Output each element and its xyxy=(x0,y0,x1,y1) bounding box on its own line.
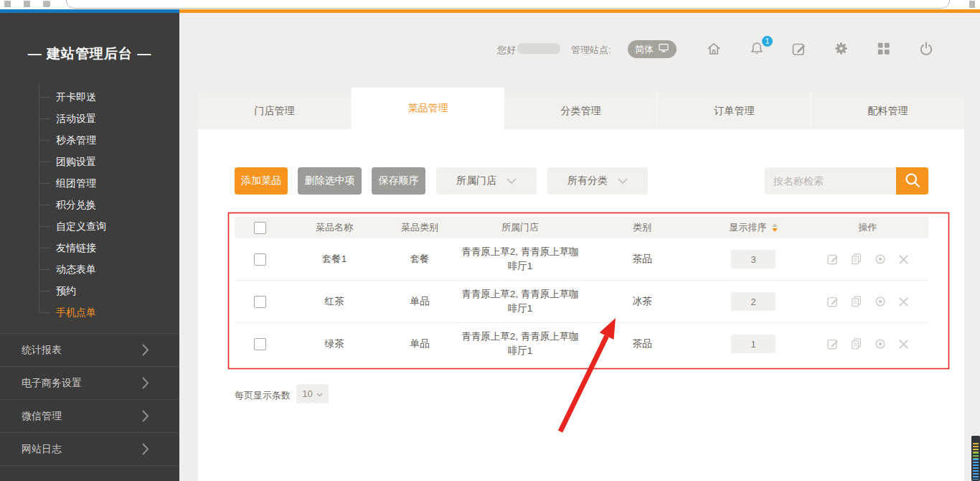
compose-icon[interactable] xyxy=(791,40,808,57)
address-bar[interactable] xyxy=(66,0,950,9)
search-input[interactable] xyxy=(765,167,896,195)
gear-icon[interactable] xyxy=(833,40,850,57)
scroll-widget-segment xyxy=(973,452,979,459)
delete-icon[interactable] xyxy=(897,337,910,351)
sidebar-item-custom-query[interactable]: 自定义查询 xyxy=(56,219,106,233)
search-button[interactable] xyxy=(896,167,928,195)
chevron-right-icon xyxy=(142,410,149,425)
view-icon[interactable] xyxy=(873,294,887,309)
monitor-icon xyxy=(658,42,669,56)
dish-name: 套餐1 xyxy=(322,253,347,266)
sort-order-field[interactable]: 3 xyxy=(731,250,776,268)
edit-icon[interactable] xyxy=(826,337,840,351)
tab-ingredient-management[interactable]: 配料管理 xyxy=(811,93,964,129)
row-actions xyxy=(826,252,910,266)
sidebar-section-ecommerce[interactable]: 电子商务设置 xyxy=(0,366,179,399)
search-icon xyxy=(903,170,923,192)
dish-type: 茶品 xyxy=(633,253,652,266)
category-filter-dropdown[interactable]: 所有分类 xyxy=(547,167,648,195)
row-actions xyxy=(826,294,910,309)
store-filter-dropdown[interactable]: 所属门店 xyxy=(436,167,537,195)
sidebar-item-activity[interactable]: 活动设置 xyxy=(56,111,96,126)
dish-category: 单品 xyxy=(410,295,430,308)
sidebar-item-group-manage[interactable]: 组团管理 xyxy=(56,176,96,190)
sidebar-section-label: 网站日志 xyxy=(22,433,62,465)
sidebar-item-mobile-ordering[interactable]: 手机点单 xyxy=(56,305,96,319)
dish-name: 红茶 xyxy=(325,295,344,308)
dish-type: 冰茶 xyxy=(633,295,652,308)
chevron-right-icon xyxy=(142,344,149,359)
select-all-checkbox[interactable] xyxy=(254,222,266,234)
save-order-button[interactable]: 保存顺序 xyxy=(372,167,425,195)
sidebar-section-label: 电子商务设置 xyxy=(22,367,82,399)
add-dish-button[interactable]: 添加菜品 xyxy=(235,167,288,195)
tab-category-management[interactable]: 分类管理 xyxy=(504,93,658,129)
category-filter-label: 所有分类 xyxy=(567,174,608,187)
dish-stores: 青青原上草2, 青青原上草咖啡厅1 xyxy=(458,245,582,274)
sidebar-item-card-gift[interactable]: 开卡即送 xyxy=(56,90,96,104)
home-icon[interactable] xyxy=(705,40,722,57)
row-checkbox[interactable] xyxy=(254,296,266,308)
row-checkbox[interactable] xyxy=(254,253,266,266)
sort-arrows-icon[interactable] xyxy=(772,223,778,232)
copy-icon[interactable] xyxy=(849,294,864,309)
col-display-order: 显示排序 xyxy=(730,221,767,234)
chevron-down-icon xyxy=(507,175,517,187)
language-label: 简体 xyxy=(635,43,654,56)
apps-grid-icon[interactable] xyxy=(875,40,892,57)
tab-store-management[interactable]: 门店管理 xyxy=(198,93,352,129)
dish-category: 单品 xyxy=(410,337,430,350)
scroll-widget[interactable] xyxy=(971,436,980,481)
submenu-tree-line xyxy=(39,83,39,312)
copy-icon[interactable] xyxy=(849,252,864,266)
sort-order-field[interactable]: 1 xyxy=(731,335,776,353)
sidebar-section-wechat[interactable]: 微信管理 xyxy=(0,399,179,432)
table-row: 红茶 单品 青青原上草2, 青青原上草咖啡厅1 冰茶 2 xyxy=(235,281,928,323)
browser-button-fragment xyxy=(43,1,50,7)
page-size-label: 每页显示条数 xyxy=(235,389,291,402)
chevron-down-icon xyxy=(618,175,628,187)
tab-dish-management[interactable]: 菜品管理 xyxy=(352,88,504,129)
browser-button-fragment xyxy=(969,1,975,8)
page-size-dropdown[interactable]: 10 xyxy=(296,384,329,403)
table-row: 套餐1 套餐 青青原上草2, 青青原上草咖啡厅1 茶品 3 xyxy=(235,238,928,281)
view-icon[interactable] xyxy=(873,252,887,266)
chevron-right-icon xyxy=(142,443,149,458)
row-checkbox[interactable] xyxy=(254,338,266,350)
power-icon[interactable] xyxy=(918,40,935,57)
sidebar-item-links[interactable]: 友情链接 xyxy=(56,240,96,255)
table-header: 菜品名称 菜品类别 所属门店 类别 显示排序 操作 xyxy=(235,217,928,238)
scroll-widget-segment xyxy=(973,437,979,443)
sidebar-item-dynamic-form[interactable]: 动态表单 xyxy=(56,262,96,276)
sidebar-item-flash-sale[interactable]: 秒杀管理 xyxy=(56,133,96,147)
sidebar-section-site-log[interactable]: 网站日志 xyxy=(0,432,179,466)
app-title: — 建站管理后台 — xyxy=(0,45,179,63)
sidebar-section-label: 微信管理 xyxy=(22,400,62,432)
row-actions xyxy=(826,337,910,351)
tab-order-management[interactable]: 订单管理 xyxy=(658,93,811,129)
chevron-right-icon xyxy=(142,377,149,392)
copy-icon[interactable] xyxy=(849,337,864,351)
browser-strip xyxy=(0,0,980,9)
sidebar-item-group-buy[interactable]: 团购设置 xyxy=(56,154,96,169)
sidebar-item-booking[interactable]: 预约 xyxy=(56,284,76,298)
view-icon[interactable] xyxy=(873,337,887,351)
edit-icon[interactable] xyxy=(826,294,840,309)
sidebar-item-points[interactable]: 积分兑换 xyxy=(56,197,96,212)
delete-selected-button[interactable]: 删除选中项 xyxy=(298,167,362,195)
admin-screen: — 建站管理后台 — 开卡即送 活动设置 秒杀管理 团购设置 组团管理 积分兑换… xyxy=(0,0,980,481)
scroll-widget-segment xyxy=(973,443,979,452)
chevron-down-icon xyxy=(316,388,323,399)
delete-icon[interactable] xyxy=(897,295,910,309)
delete-icon[interactable] xyxy=(897,253,910,266)
dish-name: 绿茶 xyxy=(325,337,344,350)
page-size-value: 10 xyxy=(302,388,312,399)
sidebar-section-stats[interactable]: 统计报表 xyxy=(0,333,179,366)
dish-stores: 青青原上草2, 青青原上草咖啡厅1 xyxy=(458,330,582,359)
sort-order-field[interactable]: 2 xyxy=(731,292,776,311)
edit-icon[interactable] xyxy=(826,252,840,266)
language-button[interactable]: 简体 xyxy=(628,40,677,58)
sidebar-section-label: 统计报表 xyxy=(22,334,62,366)
sidebar-sections: 统计报表 电子商务设置 微信管理 网站日志 xyxy=(0,333,179,481)
browser-button-fragment xyxy=(4,1,11,7)
